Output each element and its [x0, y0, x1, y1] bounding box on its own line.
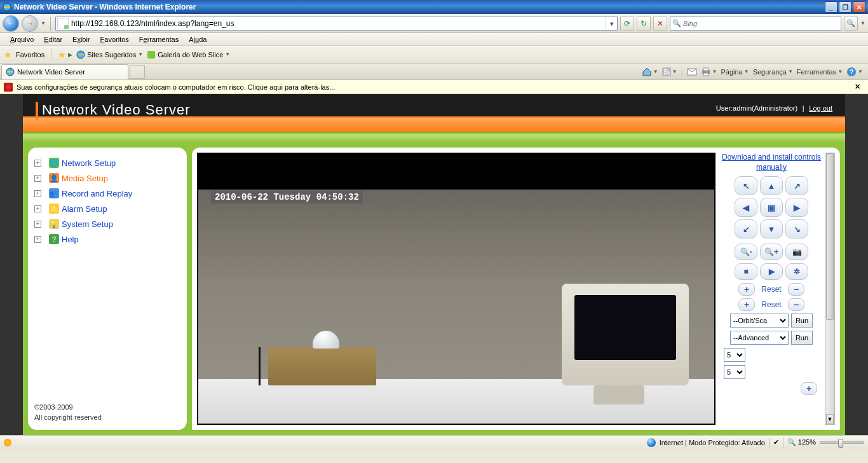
expander-icon[interactable]: + — [34, 205, 41, 212]
logout-link[interactable]: Log out — [809, 104, 832, 112]
page-icon — [57, 18, 69, 29]
menu-arquivo[interactable]: Arquivo — [5, 34, 39, 45]
webslice-link[interactable]: Galeria do Web Slice ▼ — [147, 50, 230, 59]
ptz-down-right-button[interactable]: ↘ — [785, 219, 808, 238]
video-timestamp: 2010-06-22 Tuesday 04:50:32 — [211, 191, 363, 204]
tab-active[interactable]: Network Video Server — [1, 64, 128, 79]
address-bar[interactable]: ▾ — [55, 17, 618, 31]
url-dropdown[interactable]: ▾ — [606, 17, 617, 30]
compat-view-button[interactable]: ⟳ — [620, 17, 634, 31]
print-button[interactable]: ▼ — [701, 67, 717, 76]
snapshot-button[interactable]: 📷 — [785, 244, 808, 260]
page-menu[interactable]: Página ▼ — [721, 68, 749, 76]
security-menu[interactable]: Segurança ▼ — [753, 68, 793, 76]
play-ptz-button[interactable]: ▶ — [760, 263, 783, 280]
feeds-button[interactable]: ▼ — [662, 67, 677, 76]
zoom-label[interactable]: 🔍 125% — [787, 438, 816, 446]
focus-plus-button[interactable]: + — [738, 283, 755, 296]
content-viewport: Network Video Server User:admin(Administ… — [0, 94, 868, 435]
search-provider-icon: 🔍 — [670, 19, 683, 27]
search-input[interactable] — [683, 17, 841, 30]
security-warning-bar[interactable]: Suas configurações de segurança atuais c… — [0, 80, 868, 94]
tree-node-icon: ? — [49, 234, 59, 244]
minimize-button[interactable]: _ — [825, 1, 837, 13]
search-go-button[interactable]: 🔍 — [844, 17, 858, 31]
menu-exibir[interactable]: Exibir — [67, 34, 95, 45]
back-button[interactable]: ← — [3, 15, 19, 32]
tree-item-record-and-replay[interactable]: +👥Record and Replay — [34, 186, 180, 201]
favorites-bar: ★ Favoritos ★▶ Sites Sugeridos ▼ Galeria… — [0, 46, 868, 64]
ptz-right-button[interactable]: ▶ — [785, 198, 808, 217]
search-box[interactable]: 🔍 — [670, 17, 841, 31]
expander-icon[interactable]: + — [34, 190, 41, 197]
tree-item-system-setup[interactable]: +💡System Setup — [34, 216, 180, 232]
menu-ferramentas[interactable]: Ferramentas — [134, 34, 184, 45]
close-button[interactable]: ✕ — [853, 1, 865, 13]
ptz-down-left-button[interactable]: ↙ — [735, 219, 757, 238]
stop-button[interactable]: ✕ — [653, 17, 667, 31]
url-input[interactable] — [70, 17, 606, 30]
orbit-run-button[interactable]: Run — [791, 314, 813, 328]
ptz-up-left-button[interactable]: ↖ — [735, 176, 757, 195]
orbit-select[interactable]: --Orbit/Sca — [730, 314, 789, 328]
panel-scrollbar[interactable]: ▲ ▼ — [825, 153, 835, 425]
tree-item-media-setup[interactable]: +👤Media Setup — [34, 170, 180, 186]
expander-icon[interactable]: + — [34, 236, 41, 243]
tree-item-network-setup[interactable]: +🌐Network Setup — [34, 155, 180, 170]
ptz-left-button[interactable]: ◀ — [735, 198, 757, 217]
focus-reset-label[interactable]: Reset — [759, 285, 784, 294]
warning-close-button[interactable]: ✕ — [851, 83, 864, 91]
ptz-down-button[interactable]: ▼ — [760, 219, 783, 238]
tree-item-alarm-setup[interactable]: +⚠Alarm Setup — [34, 201, 180, 216]
param1-select[interactable]: 5 — [724, 348, 745, 362]
advanced-select[interactable]: --Advanced — [730, 331, 789, 345]
ptz-home-button[interactable]: ▣ — [760, 198, 783, 217]
tree-node-icon: 👥 — [49, 188, 59, 198]
ptz-up-button[interactable]: ▲ — [760, 176, 783, 195]
refresh-button[interactable]: ↻ — [637, 17, 651, 31]
menu-ajuda[interactable]: Ajuda — [184, 34, 212, 45]
param2-select[interactable]: 5 — [724, 365, 745, 379]
expander-icon[interactable]: + — [34, 221, 41, 228]
iris-reset-label[interactable]: Reset — [759, 300, 784, 309]
video-feed[interactable]: 2010-06-22 Tuesday 04:50:32 — [197, 153, 715, 425]
zoom-out-button[interactable]: 🔍- — [735, 244, 757, 260]
ptz-up-right-button[interactable]: ↗ — [785, 176, 808, 195]
zoom-in-button[interactable]: 🔍+ — [760, 244, 783, 260]
read-mail-button[interactable] — [687, 68, 697, 76]
expander-icon[interactable]: + — [34, 160, 41, 167]
print-icon — [701, 67, 711, 76]
home-button[interactable]: ▼ — [642, 67, 658, 77]
protected-mode-icon: ✔ — [773, 438, 779, 446]
nav-tree: +🌐Network Setup+👤Media Setup+👥Record and… — [34, 155, 180, 397]
tree-node-icon: 👤 — [49, 173, 59, 183]
menu-editar[interactable]: Editar — [39, 34, 67, 45]
new-tab-button[interactable] — [130, 65, 145, 79]
tree-item-help[interactable]: +?Help — [34, 232, 180, 247]
iris-minus-button[interactable]: − — [788, 298, 804, 311]
tools-menu[interactable]: Ferramentas ▼ — [797, 68, 843, 76]
add-fav-button[interactable]: ★▶ — [58, 50, 72, 60]
zoom-slider[interactable] — [820, 441, 864, 444]
page-header: Network Video Server User:admin(Administ… — [23, 94, 845, 134]
aux-button[interactable]: ✲ — [785, 263, 808, 280]
scroll-thumb[interactable] — [826, 155, 834, 320]
home-icon — [642, 67, 652, 77]
forward-button[interactable]: → — [22, 15, 38, 32]
scroll-down-button[interactable]: ▼ — [826, 414, 834, 424]
stop-ptz-button[interactable]: ■ — [735, 263, 757, 280]
extra-plus-button[interactable]: + — [801, 382, 817, 395]
ptz-control-panel: Download and install controls manually ↖… — [721, 153, 822, 425]
restore-button[interactable]: ❐ — [839, 1, 851, 13]
suggested-sites-link[interactable]: Sites Sugeridos ▼ — [76, 50, 143, 59]
favorites-label[interactable]: Favoritos — [16, 51, 44, 59]
expander-icon[interactable]: + — [34, 175, 41, 182]
help-icon: ? — [846, 67, 857, 77]
rss-icon — [662, 67, 671, 76]
download-controls-link[interactable]: Download and install controls manually — [721, 153, 822, 172]
advanced-run-button[interactable]: Run — [791, 331, 813, 345]
focus-minus-button[interactable]: − — [788, 283, 804, 296]
iris-plus-button[interactable]: + — [738, 298, 755, 311]
help-button[interactable]: ?▼ — [846, 67, 863, 77]
menu-favoritos[interactable]: Favoritos — [95, 34, 134, 45]
